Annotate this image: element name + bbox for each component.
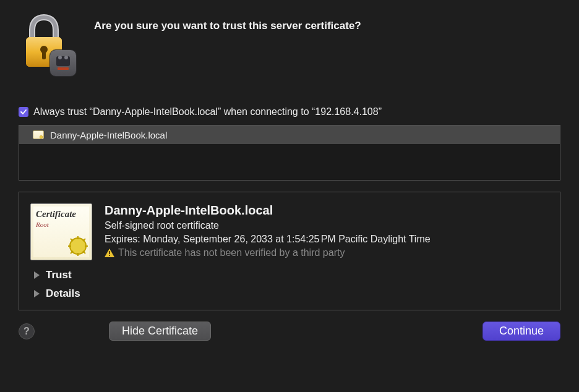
svg-rect-17 xyxy=(109,251,110,254)
svg-line-13 xyxy=(71,239,73,241)
continue-button[interactable]: Continue xyxy=(482,322,560,341)
svg-point-6 xyxy=(64,56,68,59)
always-trust-checkbox[interactable] xyxy=(19,107,28,117)
trust-label: Trust xyxy=(46,269,72,281)
certificate-list-item-name: Danny-Apple-IntelBook.local xyxy=(50,130,167,140)
disclosure-triangle-icon xyxy=(34,271,40,279)
certificate-chain-list[interactable]: Danny-Apple-IntelBook.local xyxy=(19,125,560,181)
svg-rect-18 xyxy=(109,255,110,256)
app-badge-icon xyxy=(49,49,77,77)
disclosure-triangle-icon xyxy=(34,290,40,297)
svg-rect-7 xyxy=(58,67,69,70)
certificate-large-icon: Certificate Root xyxy=(30,203,92,260)
certificate-icon-subtitle: Root xyxy=(36,221,87,228)
always-trust-row[interactable]: Always trust “Danny-Apple-IntelBook.loca… xyxy=(19,106,560,117)
lock-app-icon xyxy=(19,14,74,75)
certificate-icon-title: Certificate xyxy=(36,209,87,219)
checkmark-icon xyxy=(20,108,27,116)
svg-point-5 xyxy=(58,56,62,59)
help-button[interactable]: ? xyxy=(19,323,35,339)
certificate-details-panel: Certificate Root Danny-Apple-IntelBook.l… xyxy=(19,192,560,310)
certificate-name: Danny-Apple-IntelBook.local xyxy=(105,203,431,218)
seal-icon xyxy=(68,236,88,256)
certificate-small-icon xyxy=(33,130,44,139)
svg-line-15 xyxy=(83,239,85,241)
always-trust-label: Always trust “Danny-Apple-IntelBook.loca… xyxy=(33,106,382,117)
svg-line-16 xyxy=(71,251,73,254)
certificate-type: Self-signed root certificate xyxy=(105,220,431,231)
hide-certificate-button[interactable]: Hide Certificate xyxy=(109,322,211,341)
svg-line-14 xyxy=(83,251,85,254)
dialog-title: Are you sure you want to trust this serv… xyxy=(94,20,361,32)
certificate-list-item[interactable]: Danny-Apple-IntelBook.local xyxy=(19,126,560,144)
trust-disclosure[interactable]: Trust xyxy=(30,268,549,283)
certificate-warning-text: This certificate has not been verified b… xyxy=(118,247,345,258)
certificate-expiry: Expires: Monday, September 26, 2033 at 1… xyxy=(105,234,431,245)
details-disclosure[interactable]: Details xyxy=(30,286,549,301)
warning-icon xyxy=(105,249,114,257)
svg-rect-3 xyxy=(42,51,46,59)
details-label: Details xyxy=(46,288,80,300)
